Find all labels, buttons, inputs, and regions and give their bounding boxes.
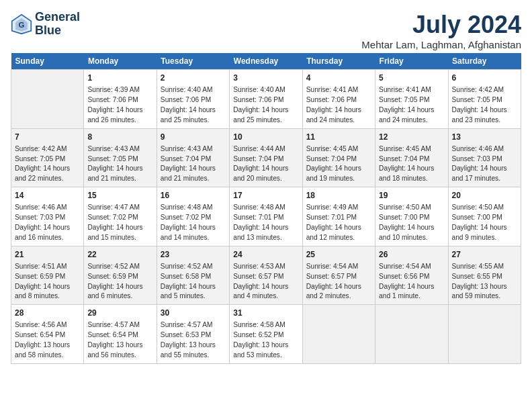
weekday-header-friday: Friday (375, 53, 448, 70)
calendar-cell (375, 305, 448, 364)
calendar-cell: 23Sunrise: 4:52 AM Sunset: 6:58 PM Dayli… (157, 246, 229, 305)
calendar-cell: 25Sunrise: 4:54 AM Sunset: 6:57 PM Dayli… (302, 246, 375, 305)
day-info: Sunrise: 4:49 AM Sunset: 7:01 PM Dayligh… (306, 203, 371, 242)
day-number: 1 (87, 73, 152, 84)
day-number: 14 (15, 190, 80, 201)
calendar-cell: 21Sunrise: 4:51 AM Sunset: 6:59 PM Dayli… (11, 246, 84, 305)
weekday-header-saturday: Saturday (448, 53, 521, 70)
svg-text:G: G (19, 21, 25, 29)
calendar-cell: 30Sunrise: 4:57 AM Sunset: 6:53 PM Dayli… (157, 305, 229, 364)
day-number: 31 (233, 308, 298, 319)
calendar-cell: 31Sunrise: 4:58 AM Sunset: 6:52 PM Dayli… (230, 305, 302, 364)
day-number: 13 (452, 132, 517, 143)
day-info: Sunrise: 4:53 AM Sunset: 6:57 PM Dayligh… (233, 262, 298, 302)
calendar-cell: 22Sunrise: 4:52 AM Sunset: 6:59 PM Dayli… (84, 246, 157, 305)
day-number: 27 (452, 249, 517, 261)
day-number: 17 (233, 190, 298, 201)
day-number: 5 (379, 73, 444, 84)
calendar-cell: 13Sunrise: 4:46 AM Sunset: 7:03 PM Dayli… (448, 128, 521, 187)
day-number: 23 (161, 249, 226, 261)
day-info: Sunrise: 4:46 AM Sunset: 7:03 PM Dayligh… (15, 203, 80, 242)
calendar-week-2: 7Sunrise: 4:42 AM Sunset: 7:05 PM Daylig… (11, 128, 521, 187)
day-info: Sunrise: 4:47 AM Sunset: 7:02 PM Dayligh… (87, 203, 152, 242)
day-info: Sunrise: 4:41 AM Sunset: 7:05 PM Dayligh… (379, 85, 444, 125)
day-number: 24 (233, 249, 298, 261)
day-info: Sunrise: 4:52 AM Sunset: 6:58 PM Dayligh… (161, 262, 226, 302)
logo: G General Blue (11, 11, 80, 38)
weekday-header-wednesday: Wednesday (230, 53, 302, 70)
day-info: Sunrise: 4:55 AM Sunset: 6:55 PM Dayligh… (452, 262, 517, 302)
day-info: Sunrise: 4:46 AM Sunset: 7:03 PM Dayligh… (452, 144, 517, 184)
day-number: 18 (306, 190, 371, 201)
day-info: Sunrise: 4:45 AM Sunset: 7:04 PM Dayligh… (306, 144, 371, 184)
logo-text: General Blue (35, 11, 80, 38)
calendar-cell: 14Sunrise: 4:46 AM Sunset: 7:03 PM Dayli… (11, 187, 84, 246)
title-block: July 2024 Mehtar Lam, Laghman, Afghanist… (361, 11, 521, 50)
day-number: 11 (306, 132, 371, 143)
day-number: 22 (87, 249, 152, 261)
day-number: 15 (87, 190, 152, 201)
day-number: 16 (161, 190, 226, 201)
month-year: July 2024 (361, 11, 521, 39)
day-info: Sunrise: 4:40 AM Sunset: 7:06 PM Dayligh… (161, 85, 226, 125)
logo-icon: G (11, 13, 32, 35)
calendar-cell: 2Sunrise: 4:40 AM Sunset: 7:06 PM Daylig… (157, 70, 229, 129)
day-info: Sunrise: 4:48 AM Sunset: 7:02 PM Dayligh… (161, 203, 226, 242)
day-number: 25 (306, 249, 371, 261)
calendar-cell: 28Sunrise: 4:56 AM Sunset: 6:54 PM Dayli… (11, 305, 84, 364)
day-info: Sunrise: 4:54 AM Sunset: 6:56 PM Dayligh… (379, 262, 444, 302)
calendar-cell (302, 305, 375, 364)
calendar-cell: 24Sunrise: 4:53 AM Sunset: 6:57 PM Dayli… (230, 246, 302, 305)
calendar-cell: 9Sunrise: 4:43 AM Sunset: 7:04 PM Daylig… (157, 128, 229, 187)
weekday-header-monday: Monday (84, 53, 157, 70)
day-info: Sunrise: 4:57 AM Sunset: 6:53 PM Dayligh… (161, 320, 226, 360)
calendar-cell: 1Sunrise: 4:39 AM Sunset: 7:06 PM Daylig… (84, 70, 157, 129)
day-info: Sunrise: 4:56 AM Sunset: 6:54 PM Dayligh… (15, 320, 80, 360)
day-number: 2 (161, 73, 226, 84)
calendar-cell: 29Sunrise: 4:57 AM Sunset: 6:54 PM Dayli… (84, 305, 157, 364)
calendar-cell: 17Sunrise: 4:48 AM Sunset: 7:01 PM Dayli… (230, 187, 302, 246)
day-number: 9 (161, 132, 226, 143)
calendar-cell (11, 70, 84, 129)
day-number: 19 (379, 190, 444, 201)
calendar-week-5: 28Sunrise: 4:56 AM Sunset: 6:54 PM Dayli… (11, 305, 521, 364)
calendar-cell: 15Sunrise: 4:47 AM Sunset: 7:02 PM Dayli… (84, 187, 157, 246)
calendar-cell: 26Sunrise: 4:54 AM Sunset: 6:56 PM Dayli… (375, 246, 448, 305)
calendar-cell: 10Sunrise: 4:44 AM Sunset: 7:04 PM Dayli… (230, 128, 302, 187)
day-info: Sunrise: 4:58 AM Sunset: 6:52 PM Dayligh… (233, 320, 298, 360)
page-header: G General Blue July 2024 Mehtar Lam, Lag… (11, 11, 521, 50)
calendar-cell: 6Sunrise: 4:42 AM Sunset: 7:05 PM Daylig… (448, 70, 521, 129)
day-info: Sunrise: 4:44 AM Sunset: 7:04 PM Dayligh… (233, 144, 298, 184)
day-number: 26 (379, 249, 444, 261)
calendar-cell: 4Sunrise: 4:41 AM Sunset: 7:06 PM Daylig… (302, 70, 375, 129)
day-info: Sunrise: 4:43 AM Sunset: 7:05 PM Dayligh… (87, 144, 152, 184)
day-info: Sunrise: 4:43 AM Sunset: 7:04 PM Dayligh… (161, 144, 226, 184)
day-info: Sunrise: 4:57 AM Sunset: 6:54 PM Dayligh… (87, 320, 152, 360)
calendar-cell: 27Sunrise: 4:55 AM Sunset: 6:55 PM Dayli… (448, 246, 521, 305)
calendar-cell: 18Sunrise: 4:49 AM Sunset: 7:01 PM Dayli… (302, 187, 375, 246)
calendar-week-4: 21Sunrise: 4:51 AM Sunset: 6:59 PM Dayli… (11, 246, 521, 305)
day-info: Sunrise: 4:52 AM Sunset: 6:59 PM Dayligh… (87, 262, 152, 302)
day-number: 28 (15, 308, 80, 319)
calendar-cell: 12Sunrise: 4:45 AM Sunset: 7:04 PM Dayli… (375, 128, 448, 187)
calendar-cell: 3Sunrise: 4:40 AM Sunset: 7:06 PM Daylig… (230, 70, 302, 129)
calendar-cell: 5Sunrise: 4:41 AM Sunset: 7:05 PM Daylig… (375, 70, 448, 129)
day-info: Sunrise: 4:50 AM Sunset: 7:00 PM Dayligh… (379, 203, 444, 242)
calendar-cell: 8Sunrise: 4:43 AM Sunset: 7:05 PM Daylig… (84, 128, 157, 187)
day-number: 12 (379, 132, 444, 143)
day-number: 21 (15, 249, 80, 261)
calendar-cell: 11Sunrise: 4:45 AM Sunset: 7:04 PM Dayli… (302, 128, 375, 187)
location: Mehtar Lam, Laghman, Afghanistan (361, 39, 521, 50)
day-info: Sunrise: 4:51 AM Sunset: 6:59 PM Dayligh… (15, 262, 80, 302)
calendar-week-3: 14Sunrise: 4:46 AM Sunset: 7:03 PM Dayli… (11, 187, 521, 246)
day-number: 7 (15, 132, 80, 143)
weekday-header-sunday: Sunday (11, 53, 84, 70)
calendar-cell: 19Sunrise: 4:50 AM Sunset: 7:00 PM Dayli… (375, 187, 448, 246)
day-info: Sunrise: 4:39 AM Sunset: 7:06 PM Dayligh… (87, 85, 152, 125)
day-number: 29 (87, 308, 152, 319)
day-info: Sunrise: 4:40 AM Sunset: 7:06 PM Dayligh… (233, 85, 298, 125)
day-info: Sunrise: 4:50 AM Sunset: 7:00 PM Dayligh… (452, 203, 517, 242)
calendar-cell (448, 305, 521, 364)
weekday-header-tuesday: Tuesday (157, 53, 229, 70)
day-number: 3 (233, 73, 298, 84)
